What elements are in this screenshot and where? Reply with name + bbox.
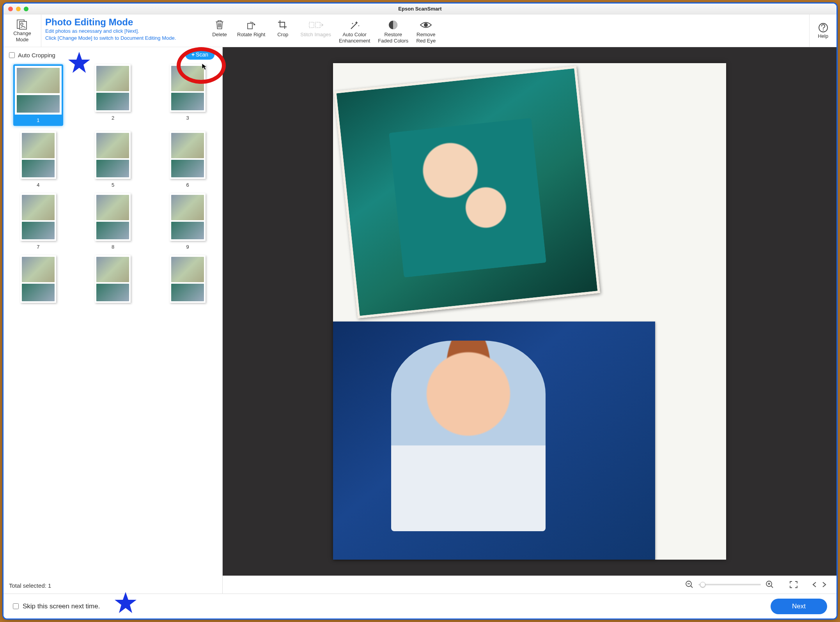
prev-page-button[interactable] xyxy=(812,581,817,588)
trash-icon xyxy=(214,19,225,30)
zoom-out-icon xyxy=(685,580,694,589)
next-page-button[interactable] xyxy=(822,581,827,588)
crop-button[interactable]: Crop xyxy=(269,17,296,39)
magic-wand-icon xyxy=(349,19,360,30)
thumbnail-item[interactable]: 8 xyxy=(83,193,143,250)
thumbnail-number: 4 xyxy=(37,182,39,188)
chevron-right-icon xyxy=(822,581,827,588)
chevron-left-icon xyxy=(812,581,817,588)
top-toolbar: Change Mode Photo Editing Mode Edit phot… xyxy=(4,14,836,47)
change-mode-button[interactable]: Change Mode xyxy=(4,14,41,47)
app-window: Epson ScanSmart Change Mode Photo Editin… xyxy=(2,2,838,620)
skip-screen-label: Skip this screen next time. xyxy=(23,603,100,610)
body-row: Auto Cropping + Scan 123456789 Total sel… xyxy=(4,47,836,594)
thumbnail-item[interactable]: 9 xyxy=(158,193,218,250)
close-icon[interactable] xyxy=(8,7,13,11)
thumbnail-number: 8 xyxy=(112,244,114,250)
mode-subtext-1: Edit photos as necessary and click [Next… xyxy=(45,28,200,35)
thumbnail-number: 3 xyxy=(186,115,189,121)
mode-header: Photo Editing Mode Edit photos as necess… xyxy=(41,14,204,47)
thumbnail-item[interactable] xyxy=(8,255,68,306)
restore-colors-icon xyxy=(388,19,399,30)
thumbnail-item[interactable]: 4 xyxy=(8,131,68,188)
plus-icon: + xyxy=(191,51,195,58)
zoom-out-button[interactable] xyxy=(685,580,694,589)
thumbnail-number: 5 xyxy=(112,182,114,188)
preview-panel xyxy=(223,47,836,594)
preview-canvas[interactable] xyxy=(223,47,836,576)
zoom-slider-knob[interactable] xyxy=(700,582,705,587)
help-label: Help xyxy=(818,33,828,39)
thumbnail-number: 7 xyxy=(37,244,39,250)
svg-point-9 xyxy=(822,30,823,30)
auto-color-enhancement-button[interactable]: Auto Color Enhancement xyxy=(335,17,374,45)
rotate-right-button[interactable]: Rotate Right xyxy=(233,17,269,39)
zoom-icon[interactable] xyxy=(24,7,28,11)
crop-icon xyxy=(277,19,288,30)
thumbnail-item[interactable]: 7 xyxy=(8,193,68,250)
tool-buttons: Delete Rotate Right xyxy=(204,14,809,47)
zoom-in-button[interactable] xyxy=(766,580,774,589)
auto-color-label: Auto Color Enhancement xyxy=(339,32,370,44)
thumbnail-item[interactable]: 2 xyxy=(83,64,143,126)
stitch-icon xyxy=(308,20,324,30)
thumbnail-item[interactable]: 5 xyxy=(83,131,143,188)
preview-photo-bottom xyxy=(333,322,655,560)
thumbnail-number: 2 xyxy=(112,115,114,121)
change-mode-icon xyxy=(16,19,28,30)
next-button[interactable]: Next xyxy=(771,599,827,614)
skip-screen-checkbox[interactable] xyxy=(13,603,19,609)
thumbnail-number: 9 xyxy=(186,244,189,250)
minimize-icon[interactable] xyxy=(16,7,21,11)
remove-red-eye-button[interactable]: Remove Red Eye xyxy=(412,17,439,45)
zoom-in-icon xyxy=(766,580,774,589)
thumbnail-item[interactable] xyxy=(83,255,143,306)
svg-rect-3 xyxy=(248,23,252,29)
rotate-right-icon xyxy=(246,19,257,30)
svg-point-7 xyxy=(424,23,428,27)
window-title: Epson ScanSmart xyxy=(4,6,836,12)
thumbnail-item[interactable]: 1 xyxy=(8,64,68,126)
stitch-images-label: Stitch Images xyxy=(300,32,331,38)
preview-zoom-controls xyxy=(223,576,836,594)
expand-icon xyxy=(789,580,798,589)
traffic-lights xyxy=(8,7,28,11)
thumbnail-number: 6 xyxy=(186,182,189,188)
restore-faded-label: Restore Faded Colors xyxy=(378,32,408,44)
thumbnails-scroll[interactable]: 123456789 xyxy=(4,63,222,579)
thumbnail-number: 1 xyxy=(15,116,62,124)
page-title: Photo Editing Mode xyxy=(45,17,200,28)
restore-faded-colors-button[interactable]: Restore Faded Colors xyxy=(374,17,412,45)
main-content: Change Mode Photo Editing Mode Edit phot… xyxy=(4,14,836,618)
auto-cropping-checkbox[interactable] xyxy=(9,52,15,58)
svg-rect-4 xyxy=(309,22,314,28)
auto-crop-controls: Auto Cropping + Scan xyxy=(4,47,222,63)
preview-photo-top xyxy=(334,66,600,318)
thumbnails-grid: 123456789 xyxy=(7,64,219,306)
total-selected-label: Total selected: 1 xyxy=(4,579,222,594)
thumbnails-panel: Auto Cropping + Scan 123456789 Total sel… xyxy=(4,47,223,594)
change-mode-label: Change Mode xyxy=(13,30,31,42)
help-icon xyxy=(818,22,829,33)
title-bar[interactable]: Epson ScanSmart xyxy=(4,4,836,14)
delete-label: Delete xyxy=(212,32,227,38)
auto-cropping-label: Auto Cropping xyxy=(18,52,55,58)
rotate-right-label: Rotate Right xyxy=(237,32,265,38)
footer-bar: Skip this screen next time. Next xyxy=(4,594,836,618)
thumbnail-item[interactable] xyxy=(158,255,218,306)
remove-red-eye-label: Remove Red Eye xyxy=(416,32,436,44)
stitch-images-button: Stitch Images xyxy=(296,17,335,39)
delete-button[interactable]: Delete xyxy=(206,17,233,39)
svg-rect-5 xyxy=(315,22,320,28)
zoom-slider[interactable] xyxy=(698,584,761,585)
mode-subtext-2: Click [Change Mode] to switch to Documen… xyxy=(45,35,200,42)
fit-to-screen-button[interactable] xyxy=(789,580,798,589)
scan-button-label: Scan xyxy=(196,51,208,58)
scan-button[interactable]: + Scan xyxy=(185,49,214,60)
thumbnail-item[interactable]: 6 xyxy=(158,131,218,188)
thumbnail-item[interactable]: 3 xyxy=(158,64,218,126)
svg-rect-1 xyxy=(19,21,27,29)
next-button-label: Next xyxy=(792,603,806,610)
help-button[interactable]: Help xyxy=(809,14,836,47)
eye-icon xyxy=(420,21,432,29)
